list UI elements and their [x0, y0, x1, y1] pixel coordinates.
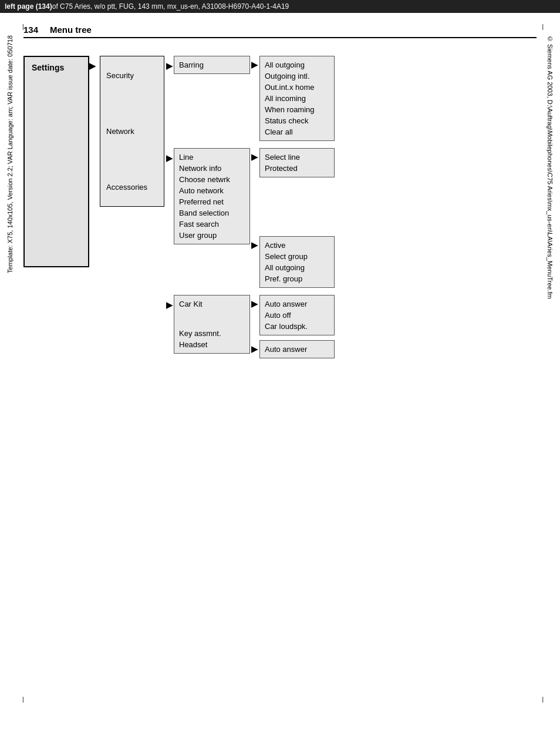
line-subbranch: ▶ Select line Protected [250, 148, 335, 177]
top-header: left page (134) of C75 Aries, w/o ptt, F… [0, 0, 560, 13]
network-branch: ▶ Line Network info Choose netwrk Auto n… [164, 148, 335, 288]
gap-sec-net [164, 141, 335, 148]
accessories-l3-box: Car Kit Key assmnt. Headset [174, 295, 250, 354]
arr-security: ▶ [164, 56, 174, 70]
ck-item-carloud: Car loudspk. [265, 321, 329, 332]
page-content: 134 Menu tree Settings ▶ Security Networ… [23, 13, 537, 358]
gap-line-usergroup [250, 182, 335, 231]
ck-item-autoanswer: Auto answer [265, 298, 329, 310]
arr-network: ▶ [164, 148, 174, 163]
settings-box: Settings [23, 56, 89, 267]
acc-item-spacer [179, 310, 245, 328]
usergroup-l4-box: Active Select group All outgoing Pref. g… [259, 236, 335, 288]
line-item-select: Select line [265, 152, 329, 163]
l2-security: Security [100, 56, 164, 95]
settings-label: Settings [32, 63, 64, 72]
level2-column: Security Network Accessories [100, 56, 164, 207]
barring-label: Barring [179, 59, 245, 70]
net-item-netinfo: Network info [179, 163, 245, 174]
barring-item-4: All incoming [265, 93, 329, 104]
arrow-1: ▶ [89, 56, 100, 70]
arr-barring: ▶ [250, 56, 259, 69]
arr-headset: ▶ [250, 340, 259, 354]
header-rest: of C75 Aries, w/o ptt, FUG, 143 mm, mx_u… [52, 2, 289, 11]
barring-item-5: When roaming [265, 104, 329, 115]
network-l3-box: Line Network info Choose netwrk Auto net… [174, 148, 250, 244]
page-number: 134 [23, 25, 38, 35]
gap-net-acc [164, 288, 335, 295]
net-item-fast: Fast search [179, 219, 245, 230]
usergroup-subbranch: ▶ Active Select group All outgoing Pref.… [250, 236, 335, 288]
barring-item-2: Outgoing intl. [265, 70, 329, 82]
barring-item-6: Status check [265, 115, 329, 126]
net-item-choose: Choose netwrk [179, 174, 245, 185]
arr-line: ▶ [250, 148, 259, 162]
hs-item-autoanswer: Auto answer [265, 344, 329, 355]
acc-item-headset: Headset [179, 339, 245, 350]
net-item-user: User group [179, 230, 245, 241]
ug-item-pref: Pref. group [265, 273, 329, 284]
corner-bl: | [22, 696, 24, 703]
page-header: 134 Menu tree [23, 25, 537, 38]
ug-item-allout: All outgoing [265, 262, 329, 273]
l2-accessories: Accessories [100, 168, 164, 206]
barring-item-1: All outgoing [265, 59, 329, 70]
accessories-sub-branches: ▶ Auto answer Auto off Car loudspk. ▶ Au… [250, 295, 335, 358]
headset-subbranch: ▶ Auto answer [250, 340, 335, 358]
corner-tr: | [542, 23, 544, 30]
corner-br: | [542, 696, 544, 703]
barring-item-3: Out.int.x home [265, 82, 329, 93]
arr-carkit: ▶ [250, 295, 259, 308]
acc-item-keyassmnt: Key assmnt. [179, 328, 245, 339]
page-title: Menu tree [50, 25, 92, 35]
carkit-subbranch: ▶ Auto answer Auto off Car loudspk. [250, 295, 335, 335]
headset-l4-box: Auto answer [259, 340, 335, 358]
menu-tree-layout: Settings ▶ Security Network Accessories … [23, 50, 537, 358]
barring-item-7: Clear all [265, 126, 329, 137]
header-bold: left page (134) [5, 2, 52, 11]
barring-subitems: All outgoing Outgoing intl. Out.int.x ho… [259, 56, 335, 141]
side-text-right: © Siemens AG 2003, D:\Auftrag\Mobilephon… [545, 35, 554, 299]
branches-container: ▶ Barring ▶ All outgoing Outgoing intl. … [164, 56, 335, 358]
arr-usergroup: ▶ [250, 236, 259, 250]
ck-item-autooff: Auto off [265, 310, 329, 321]
accessories-branch: ▶ Car Kit Key assmnt. Headset ▶ Auto ans… [164, 295, 335, 358]
line-item-protected: Protected [265, 163, 329, 174]
side-text-left: Template: X75, 140x105, Version 2.2; VAR… [6, 35, 15, 273]
barring-box: Barring [174, 56, 250, 74]
ug-item-selectgroup: Select group [265, 251, 329, 262]
net-item-line: Line [179, 152, 245, 163]
corner-tl: | [22, 23, 24, 30]
l2-network: Network [100, 95, 164, 168]
ug-item-active: Active [265, 240, 329, 251]
net-item-pref: Preferred net [179, 196, 245, 207]
security-branch: ▶ Barring ▶ All outgoing Outgoing intl. … [164, 56, 335, 141]
arr-accessories: ▶ [164, 295, 174, 310]
line-l4-box: Select line Protected [259, 148, 335, 177]
net-item-auto: Auto network [179, 185, 245, 196]
net-item-band: Band selection [179, 207, 245, 219]
carkit-l4-box: Auto answer Auto off Car loudspk. [259, 295, 335, 335]
acc-item-carkit: Car Kit [179, 298, 245, 310]
network-sub-branches: ▶ Select line Protected ▶ Active Selec [250, 148, 335, 288]
